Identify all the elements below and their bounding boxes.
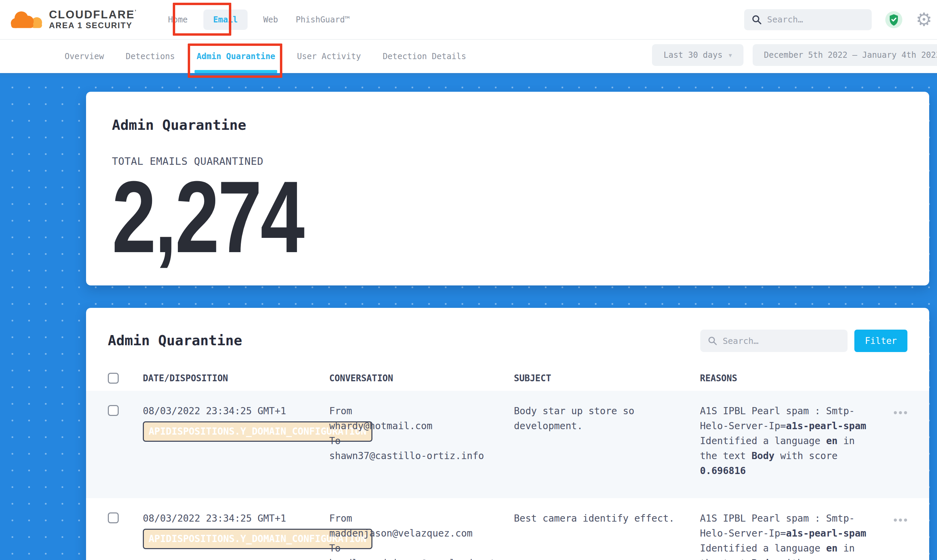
column-header-subject: SUBJECT xyxy=(514,373,700,383)
table-search[interactable] xyxy=(700,329,847,352)
table-row: 08/03/2022 23:34:25 GMT+1 APIDISPOSITION… xyxy=(86,391,929,498)
row-actions-menu[interactable] xyxy=(891,408,911,418)
tab-detection-details[interactable]: Detection Details xyxy=(383,40,466,73)
brand-cloudflare: CLOUDFLARE’ xyxy=(49,9,137,21)
security-shield-icon[interactable] xyxy=(885,11,902,28)
table-header-row: DATE/DISPOSITION CONVERSATION SUBJECT RE… xyxy=(86,366,929,391)
select-all-checkbox[interactable] xyxy=(108,373,119,384)
row-checkbox[interactable] xyxy=(108,405,119,416)
reasons-cell: A1S IPBL Pearl spam : Smtp-Helo-Server-I… xyxy=(700,404,872,478)
tab-admin-quarantine[interactable]: Admin Quarantine xyxy=(197,40,275,73)
cloudflare-cloud-icon xyxy=(10,9,44,31)
sub-nav-tabs: Overview Detections Admin Quarantine Use… xyxy=(65,40,466,73)
quarantine-table: DATE/DISPOSITION CONVERSATION SUBJECT RE… xyxy=(86,366,929,560)
global-search[interactable] xyxy=(744,9,872,30)
email-sub-nav: Overview Detections Admin Quarantine Use… xyxy=(0,39,937,73)
row-actions-menu[interactable] xyxy=(891,515,911,525)
to-label: To xyxy=(329,434,514,449)
column-header-conversation: CONVERSATION xyxy=(329,373,514,383)
to-address: bradleyrodriguez@copeland.net xyxy=(329,556,514,560)
search-icon xyxy=(752,15,762,25)
brand-area1: AREA 1 SECURITY xyxy=(49,21,137,30)
top-bar: CLOUDFLARE’ AREA 1 SECURITY Home Email W… xyxy=(0,0,937,39)
tab-detections[interactable]: Detections xyxy=(126,40,175,73)
primary-nav: Home Email Web PhishGuard™ xyxy=(166,9,352,30)
quarantine-card-header: Admin Quarantine Filter xyxy=(86,308,929,352)
column-header-date: DATE/DISPOSITION xyxy=(143,373,329,383)
row-checkbox[interactable] xyxy=(108,512,119,523)
nav-home[interactable]: Home xyxy=(166,9,190,30)
from-address: whardy@hotmail.com xyxy=(329,418,514,434)
brand-text: CLOUDFLARE’ AREA 1 SECURITY xyxy=(49,9,137,30)
to-label: To xyxy=(329,541,514,556)
from-label: From xyxy=(329,404,514,418)
date-disposition-cell: 08/03/2022 23:34:25 GMT+1 APIDISPOSITION… xyxy=(143,511,329,560)
date-range-picker[interactable]: December 5th 2022 — January 4th 2023 xyxy=(753,44,937,66)
search-icon xyxy=(708,336,717,346)
chevron-down-icon: ▾ xyxy=(729,51,732,59)
tab-user-activity[interactable]: User Activity xyxy=(297,40,361,73)
nav-web[interactable]: Web xyxy=(261,9,280,30)
from-address: maddenjason@velazquez.com xyxy=(329,526,514,541)
table-row: 08/03/2022 23:34:25 GMT+1 APIDISPOSITION… xyxy=(86,498,929,560)
brand-mark: ’ xyxy=(135,9,137,14)
summary-card-title: Admin Quarantine xyxy=(112,118,903,133)
from-label: From xyxy=(329,511,514,526)
time-range-dropdown[interactable]: Last 30 days ▾ xyxy=(652,44,744,66)
nav-email[interactable]: Email xyxy=(204,9,248,30)
to-address: shawn37@castillo-ortiz.info xyxy=(329,449,514,463)
settings-gear-icon[interactable]: ⚙ xyxy=(916,11,932,29)
total-quarantined-value: 2,274 xyxy=(112,176,729,258)
subject-cell: Body star up store so development. xyxy=(514,404,700,478)
quarantine-card-title: Admin Quarantine xyxy=(108,333,700,348)
global-search-input[interactable] xyxy=(767,15,864,25)
tab-overview[interactable]: Overview xyxy=(65,40,104,73)
quarantine-table-card: Admin Quarantine Filter DATE/DISPOSITION… xyxy=(86,308,929,560)
conversation-cell: From maddenjason@velazquez.com To bradle… xyxy=(329,511,514,560)
date-range-label: December 5th 2022 — January 4th 2023 xyxy=(764,50,937,60)
conversation-cell: From whardy@hotmail.com To shawn37@casti… xyxy=(329,404,514,478)
nav-phishguard[interactable]: PhishGuard™ xyxy=(293,9,352,30)
row-date: 08/03/2022 23:34:25 GMT+1 xyxy=(143,511,329,526)
subject-cell: Best camera identify effect. xyxy=(514,511,700,560)
reasons-cell: A1S IPBL Pearl spam : Smtp-Helo-Server-I… xyxy=(700,511,872,560)
column-header-reasons: REASONS xyxy=(700,373,872,383)
table-search-input[interactable] xyxy=(723,336,840,346)
cloudflare-logo[interactable]: CLOUDFLARE’ AREA 1 SECURITY xyxy=(10,9,137,31)
page-background: Admin Quarantine TOTAL EMAILS QUARANTINE… xyxy=(0,73,937,560)
date-disposition-cell: 08/03/2022 23:34:25 GMT+1 APIDISPOSITION… xyxy=(143,404,329,478)
row-date: 08/03/2022 23:34:25 GMT+1 xyxy=(143,404,329,418)
summary-card: Admin Quarantine TOTAL EMAILS QUARANTINE… xyxy=(86,92,929,285)
time-range-label: Last 30 days xyxy=(664,50,722,60)
filter-button[interactable]: Filter xyxy=(854,329,908,352)
